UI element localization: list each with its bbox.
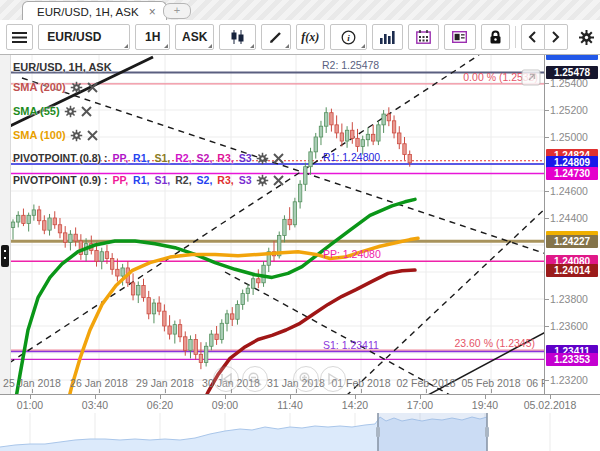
navigator-selection[interactable] bbox=[378, 413, 487, 451]
skip-back-button[interactable] bbox=[213, 366, 239, 392]
candle-body bbox=[361, 140, 364, 147]
candle-body bbox=[210, 334, 213, 346]
candle-body bbox=[116, 269, 119, 276]
candle-body bbox=[137, 286, 140, 295]
fx-icon: f(x) bbox=[301, 30, 319, 45]
candle-body bbox=[371, 134, 374, 141]
level-label: R1: 1.24800 bbox=[323, 151, 380, 163]
date-axis: 25 Jan 201826 Jan 201829 Jan 201830 Jan … bbox=[0, 377, 545, 393]
candle-body bbox=[189, 340, 192, 351]
time-label: 11:40 bbox=[277, 399, 303, 411]
tab-bar: EUR/USD, 1H, ASK × + bbox=[0, 0, 600, 21]
indicator-settings-icon[interactable] bbox=[70, 81, 83, 94]
symbol-select[interactable]: EUR/USD bbox=[38, 24, 130, 50]
price-badge: 1.24014 bbox=[546, 264, 598, 277]
scroll-group bbox=[521, 24, 568, 50]
candle-body bbox=[387, 114, 390, 121]
popout-button[interactable] bbox=[521, 69, 541, 90]
zoom-out-button[interactable] bbox=[242, 366, 268, 392]
candle-body bbox=[262, 265, 265, 283]
menu-button[interactable] bbox=[6, 24, 33, 50]
time-label: 17:00 bbox=[407, 399, 433, 411]
time-axis: 01:0003:4006:2009:0011:4014:2017:0019:40… bbox=[0, 394, 600, 414]
volume-button[interactable] bbox=[372, 24, 403, 50]
candle-body bbox=[283, 219, 286, 235]
level-label: S1: 1.23411 bbox=[323, 339, 379, 351]
level-label: 23.60 % (1.2345) bbox=[454, 337, 535, 349]
indicator-settings-icon[interactable] bbox=[64, 105, 77, 118]
tab-close-icon[interactable]: × bbox=[149, 7, 156, 17]
indicator-remove-icon[interactable] bbox=[273, 153, 284, 164]
indicator-remove-icon[interactable] bbox=[273, 175, 284, 186]
price-type-select[interactable]: ASK bbox=[175, 24, 214, 50]
indicator-remove-icon[interactable] bbox=[81, 106, 92, 117]
candle-body bbox=[43, 221, 46, 230]
candle-body bbox=[293, 202, 296, 225]
toolbar-divider bbox=[515, 26, 516, 48]
indicator-settings-icon[interactable] bbox=[70, 129, 83, 142]
price-tick-mark bbox=[545, 299, 549, 300]
lock-button[interactable] bbox=[481, 24, 510, 50]
news-panel-button[interactable] bbox=[444, 24, 475, 50]
indicators-button[interactable]: f(x) bbox=[296, 24, 325, 50]
candle-body bbox=[356, 138, 359, 146]
candle-body bbox=[215, 334, 218, 339]
chart-type-button[interactable] bbox=[219, 24, 256, 50]
trendline[interactable] bbox=[0, 55, 479, 369]
candle-body bbox=[220, 323, 223, 339]
bar-chart-icon bbox=[380, 31, 395, 44]
drag-grip[interactable] bbox=[1, 245, 9, 267]
price-tick-label: 1.25200 bbox=[550, 104, 588, 116]
zoom-in-button[interactable] bbox=[293, 366, 319, 392]
candle-body bbox=[105, 252, 108, 259]
time-label: 14:20 bbox=[342, 399, 368, 411]
candle-body bbox=[377, 125, 380, 141]
play-button[interactable] bbox=[320, 366, 346, 392]
time-label: 09:00 bbox=[212, 399, 238, 411]
price-tick-label: 1.23200 bbox=[550, 374, 588, 386]
price-tick-label: 1.24600 bbox=[550, 185, 588, 197]
settings-button[interactable] bbox=[573, 24, 600, 50]
candle-body bbox=[100, 252, 103, 261]
draw-tools-button[interactable] bbox=[261, 24, 290, 50]
candle-body bbox=[231, 314, 234, 319]
candle-body bbox=[194, 340, 197, 355]
scroll-right-button[interactable] bbox=[544, 24, 568, 50]
info-button[interactable]: i bbox=[330, 24, 367, 50]
indicator-remove-icon[interactable] bbox=[87, 82, 98, 93]
indicator-settings-icon[interactable] bbox=[256, 174, 269, 187]
trading-app-window: EUR/USD, 1H, ASK × + EUR/USD 1H ASK f(x)… bbox=[0, 0, 600, 451]
chevron-right-icon bbox=[551, 31, 560, 43]
price-axis[interactable]: 1.254001.252001.250001.246001.244001.238… bbox=[544, 55, 600, 394]
candle-body bbox=[408, 155, 411, 163]
candle-body bbox=[184, 337, 187, 351]
candle-body bbox=[345, 130, 348, 141]
price-tick-mark bbox=[545, 191, 549, 192]
calendar-button[interactable] bbox=[408, 24, 439, 50]
chart-tab[interactable]: EUR/USD, 1H, ASK × bbox=[22, 1, 167, 21]
news-icon bbox=[452, 31, 467, 43]
indicator-settings-icon[interactable] bbox=[256, 152, 269, 165]
price-badge bbox=[546, 55, 598, 60]
range-navigator[interactable] bbox=[0, 413, 600, 451]
time-label: 03:40 bbox=[82, 399, 108, 411]
candle-body bbox=[74, 234, 77, 241]
date-label: 02 Feb 2018 bbox=[397, 377, 456, 389]
lock-icon bbox=[489, 30, 502, 44]
price-tick-mark bbox=[545, 83, 549, 84]
candle-body bbox=[309, 152, 312, 167]
date-label: 25 Jan 2018 bbox=[3, 377, 61, 389]
timeframe-select[interactable]: 1H bbox=[135, 24, 170, 50]
candle-body bbox=[246, 288, 249, 293]
price-tick-label: 1.24400 bbox=[550, 212, 588, 224]
candle-body bbox=[398, 133, 401, 144]
candle-body bbox=[168, 326, 171, 334]
scroll-left-button[interactable] bbox=[521, 24, 545, 50]
info-icon: i bbox=[341, 30, 356, 45]
new-tab-button[interactable]: + bbox=[163, 3, 191, 19]
indicator-remove-icon[interactable] bbox=[87, 130, 98, 141]
trendline[interactable] bbox=[346, 157, 545, 394]
candle-body bbox=[325, 113, 328, 127]
candle-body bbox=[304, 167, 307, 185]
chart-area[interactable]: R2: 1.254780.00 % (1.2538)R1: 1.24800PP:… bbox=[0, 55, 600, 394]
